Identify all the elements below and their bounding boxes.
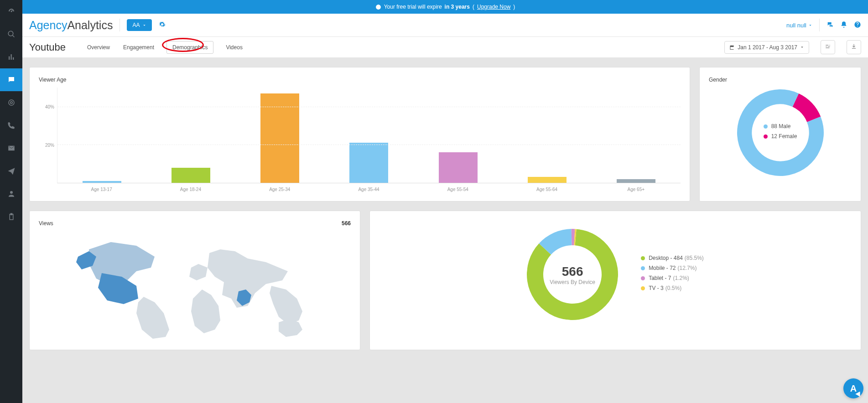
sidebar-item-users[interactable]: [0, 182, 22, 205]
world-map-icon: [39, 231, 351, 341]
sidebar-item-email[interactable]: [0, 137, 22, 160]
gauge-icon: [7, 7, 16, 16]
campaign-selector-button[interactable]: AA: [127, 19, 152, 31]
views-total: 566: [342, 220, 351, 227]
settings-filter-button[interactable]: [821, 40, 835, 54]
bar-age-55-54[interactable]: [439, 152, 478, 183]
clipboard-icon: [7, 212, 16, 221]
legend-item: Mobile - 72(12.7%): [641, 265, 704, 271]
notifications-button[interactable]: [840, 21, 847, 30]
sidebar: [0, 0, 22, 403]
x-label: Age 18-24: [146, 187, 235, 192]
brand-logo[interactable]: AgencyAnalytics: [29, 19, 113, 32]
content: Viewer Age 20%40% Age 13-17Age 18-24Age …: [22, 58, 868, 403]
help-icon: [854, 21, 861, 28]
messages-button[interactable]: [826, 21, 834, 30]
divider: [819, 19, 820, 31]
gear-icon: [159, 21, 166, 28]
card-views: Views 566: [29, 211, 360, 350]
tab-overview[interactable]: Overview: [86, 41, 111, 53]
device-sub: Viewers By Device: [550, 279, 595, 285]
x-label: Age 13-17: [57, 187, 146, 192]
help-widget-button[interactable]: A: [843, 378, 863, 398]
topbar: AgencyAnalytics AA null null: [22, 14, 868, 37]
device-total: 566: [562, 264, 583, 279]
views-map[interactable]: [39, 231, 351, 341]
tab-engagement[interactable]: Engagement: [122, 41, 155, 53]
trial-banner: Your free trial will expire in 3 years (…: [22, 0, 868, 14]
search-icon: [7, 30, 16, 38]
legend-item: TV - 3(0.5%): [641, 285, 704, 291]
caret-down-icon: [800, 45, 804, 49]
gender-legend: 88 Male12 Female: [764, 123, 797, 143]
divider: [120, 19, 120, 31]
sidebar-item-dashboard[interactable]: [0, 0, 22, 23]
x-label: Age 35-44: [324, 187, 413, 192]
sidebar-item-social[interactable]: [0, 68, 22, 91]
chat-icon: [7, 76, 16, 84]
x-label: Age 65+: [592, 187, 681, 192]
page-title: Youtube: [29, 41, 66, 53]
sidebar-item-send[interactable]: [0, 160, 22, 182]
caret-down-icon: [808, 23, 812, 27]
svg-point-0: [9, 100, 14, 105]
y-tick: 20%: [45, 143, 54, 148]
subnav: Youtube Overview Engagement Demographics…: [22, 37, 868, 58]
bar-age-65+[interactable]: [617, 179, 655, 183]
help-button[interactable]: [854, 21, 861, 30]
phone-icon: [7, 121, 16, 129]
svg-point-1: [10, 102, 12, 104]
gender-chart: 88 Male12 Female: [737, 89, 824, 177]
trial-remaining: in 3 years: [445, 4, 470, 10]
sidebar-item-ppc[interactable]: [0, 91, 22, 114]
user-icon: [7, 190, 16, 198]
bar-age-35-44[interactable]: [349, 143, 388, 183]
card-title: Viewer Age: [39, 77, 681, 83]
download-icon: [851, 43, 857, 50]
upgrade-link[interactable]: Upgrade Now: [477, 4, 510, 10]
device-legend: Desktop - 484(85.5%)Mobile - 72(12.7%)Ta…: [641, 255, 704, 295]
x-label: Age 55-64: [502, 187, 591, 192]
bell-icon: [840, 21, 847, 28]
tab-demographics[interactable]: Demographics: [166, 41, 213, 54]
download-button[interactable]: [847, 40, 861, 54]
envelope-icon: [7, 144, 16, 152]
legend-item: 88 Male: [764, 123, 797, 129]
card-device: 566 Viewers By Device Desktop - 484(85.5…: [369, 211, 861, 350]
card-gender: Gender 88 Male12 Female: [699, 67, 861, 202]
chat-bubbles-icon: [826, 21, 834, 28]
target-icon: [7, 98, 16, 107]
bar-chart-icon: [7, 53, 16, 61]
bar-age-18-24[interactable]: [172, 168, 210, 183]
viewer-age-chart: 20%40%: [39, 88, 681, 183]
sidebar-item-tasks[interactable]: [0, 205, 22, 228]
sidebar-item-search[interactable]: [0, 23, 22, 46]
x-label: Age 25-34: [235, 187, 324, 192]
calendar-icon: [729, 45, 735, 50]
sliders-icon: [825, 43, 831, 50]
trial-text: Your free trial will expire: [384, 4, 442, 10]
card-title: Views: [39, 220, 53, 227]
clock-icon: [375, 4, 381, 10]
legend-item: Tablet - 7(1.2%): [641, 275, 704, 281]
tab-videos[interactable]: Videos: [225, 41, 243, 53]
y-tick: 40%: [45, 104, 54, 109]
card-viewer-age: Viewer Age 20%40% Age 13-17Age 18-24Age …: [29, 67, 690, 202]
legend-item: Desktop - 484(85.5%): [641, 255, 704, 261]
bar-age-13-17[interactable]: [83, 181, 121, 183]
sidebar-item-calls[interactable]: [0, 114, 22, 137]
sidebar-item-analytics[interactable]: [0, 46, 22, 68]
caret-down-icon: [142, 23, 146, 27]
device-chart: 566 Viewers By Device: [527, 229, 618, 321]
x-label: Age 55-54: [413, 187, 502, 192]
date-range-picker[interactable]: Jan 1 2017 - Aug 3 2017: [724, 41, 809, 54]
paper-plane-icon: [7, 167, 16, 175]
card-title: Gender: [709, 77, 852, 83]
settings-button[interactable]: [159, 21, 166, 29]
logo-letter: A: [850, 383, 857, 394]
bar-age-55-64[interactable]: [528, 177, 567, 183]
legend-item: 12 Female: [764, 133, 797, 140]
user-menu[interactable]: null null: [786, 22, 812, 29]
